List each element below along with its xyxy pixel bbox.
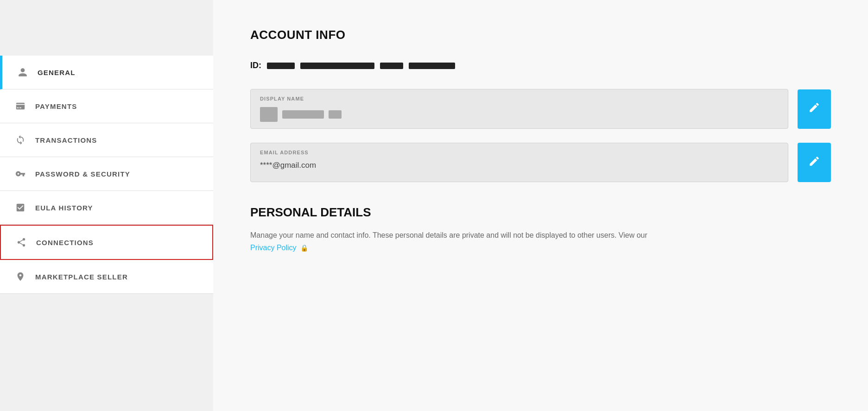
sidebar: GENERAL PAYMENTS TRANSACTIONS PASSWORD &… bbox=[0, 0, 213, 411]
display-name-field-box: DISPLAY NAME bbox=[250, 89, 788, 129]
lock-icon: 🔒 bbox=[300, 244, 308, 252]
user-icon bbox=[16, 66, 29, 79]
email-value: ****@gmail.com bbox=[260, 161, 779, 170]
sidebar-item-password-label: PASSWORD & SECURITY bbox=[35, 170, 130, 178]
transactions-icon bbox=[14, 133, 27, 146]
display-name-edit-button[interactable] bbox=[798, 89, 831, 129]
payments-icon bbox=[14, 100, 27, 113]
personal-details-text: Manage your name and contact info. These… bbox=[250, 229, 667, 254]
main-content: ACCOUNT INFO ID: DISPLAY NAME bbox=[213, 0, 868, 411]
personal-details-title: PERSONAL DETAILS bbox=[250, 205, 831, 220]
email-row: EMAIL ADDRESS ****@gmail.com bbox=[250, 143, 831, 182]
privacy-policy-link[interactable]: Privacy Policy bbox=[250, 244, 297, 252]
key-icon bbox=[14, 167, 27, 180]
sidebar-item-general-label: GENERAL bbox=[38, 69, 76, 76]
connections-icon bbox=[15, 236, 28, 249]
sidebar-item-payments[interactable]: PAYMENTS bbox=[0, 89, 213, 123]
id-value-blur-3 bbox=[380, 63, 403, 69]
id-row: ID: bbox=[250, 61, 831, 70]
sidebar-item-marketplace-seller[interactable]: MARKETPLACE SELLER bbox=[0, 260, 213, 294]
sidebar-item-payments-label: PAYMENTS bbox=[35, 102, 77, 110]
pencil-icon-display-name bbox=[808, 101, 820, 116]
id-label: ID: bbox=[250, 61, 261, 70]
sidebar-item-marketplace-label: MARKETPLACE SELLER bbox=[35, 273, 128, 281]
sidebar-item-general[interactable]: GENERAL bbox=[0, 56, 213, 89]
id-value-blur-2 bbox=[300, 63, 374, 69]
sidebar-item-transactions[interactable]: TRANSACTIONS bbox=[0, 123, 213, 157]
id-value-blur-4 bbox=[409, 63, 455, 69]
email-label: EMAIL ADDRESS bbox=[260, 150, 779, 155]
eula-icon bbox=[14, 201, 27, 214]
display-name-blur-3 bbox=[329, 110, 342, 119]
sidebar-item-transactions-label: TRANSACTIONS bbox=[35, 136, 97, 144]
sidebar-item-connections-label: CONNECTIONS bbox=[36, 239, 94, 247]
email-edit-button[interactable] bbox=[798, 143, 831, 182]
display-name-value-blur bbox=[260, 107, 779, 122]
sidebar-item-password-security[interactable]: PASSWORD & SECURITY bbox=[0, 157, 213, 191]
marketplace-icon bbox=[14, 270, 27, 283]
display-name-blur-2 bbox=[282, 110, 324, 119]
sidebar-item-eula-label: EULA HISTORY bbox=[35, 204, 93, 212]
pencil-icon-email bbox=[808, 155, 820, 170]
sidebar-item-eula-history[interactable]: EULA HISTORY bbox=[0, 191, 213, 225]
account-info-title: ACCOUNT INFO bbox=[250, 28, 831, 42]
display-name-blur-1 bbox=[260, 107, 278, 122]
sidebar-item-connections[interactable]: CONNECTIONS bbox=[0, 225, 213, 260]
display-name-row: DISPLAY NAME bbox=[250, 89, 831, 129]
email-field-box: EMAIL ADDRESS ****@gmail.com bbox=[250, 143, 788, 182]
display-name-label: DISPLAY NAME bbox=[260, 96, 779, 101]
id-value-blur-1 bbox=[267, 63, 295, 69]
personal-details-body: Manage your name and contact info. These… bbox=[250, 231, 647, 239]
